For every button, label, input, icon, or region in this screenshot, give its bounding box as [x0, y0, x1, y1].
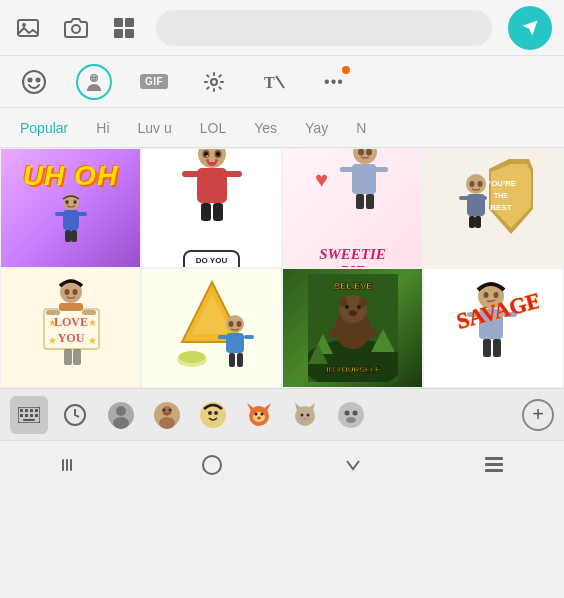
svg-point-144 [301, 413, 304, 416]
svg-point-132 [208, 411, 212, 415]
svg-text:♥: ♥ [315, 167, 328, 192]
svg-rect-113 [20, 409, 23, 412]
svg-point-124 [116, 406, 126, 416]
add-sticker-button[interactable]: + [522, 399, 554, 431]
svg-point-125 [113, 417, 129, 429]
svg-rect-20 [77, 212, 87, 216]
nav-back-button[interactable] [36, 447, 104, 483]
gif-label: GIF [140, 74, 168, 89]
svg-text:★: ★ [88, 335, 97, 346]
svg-rect-107 [483, 339, 491, 357]
fox-icon[interactable] [240, 396, 278, 434]
image-icon[interactable] [12, 12, 44, 44]
svg-point-139 [261, 412, 264, 415]
svg-point-83 [228, 321, 233, 327]
mystery-icon[interactable] [332, 396, 370, 434]
tab-popular[interactable]: Popular [8, 112, 80, 144]
sticker-savage[interactable]: SAVAGE [423, 268, 564, 388]
svg-rect-117 [20, 414, 23, 417]
svg-rect-152 [66, 459, 68, 471]
svg-rect-69 [46, 310, 60, 315]
sticker-loveyou[interactable]: ★ ★ ★ ★ LOVE YOU [0, 268, 141, 388]
more-icon[interactable]: ••• [316, 64, 352, 100]
send-button[interactable] [508, 6, 552, 50]
svg-rect-118 [25, 414, 28, 417]
savage-figure: SAVAGE [449, 274, 539, 382]
tab-n[interactable]: N [344, 112, 378, 144]
svg-rect-73 [64, 349, 72, 365]
svg-point-128 [159, 417, 175, 429]
sticker-nacho[interactable] [141, 268, 282, 388]
svg-rect-108 [493, 339, 501, 357]
svg-point-2 [72, 25, 80, 33]
svg-rect-115 [30, 409, 33, 412]
emoji-icon[interactable] [16, 64, 52, 100]
sticker-grid: UH OH [0, 148, 564, 388]
svg-point-86 [179, 351, 205, 363]
input-area[interactable] [156, 10, 492, 46]
svg-line-16 [276, 76, 284, 88]
svg-rect-54 [459, 196, 469, 200]
svg-point-133 [214, 411, 218, 415]
svg-text:YOU'RE: YOU'RE [486, 179, 517, 188]
svg-point-145 [307, 413, 310, 416]
gif-icon[interactable]: GIF [136, 64, 172, 100]
svg-point-58 [470, 181, 475, 187]
text-style-icon[interactable]: T [256, 64, 292, 100]
svg-text:★: ★ [88, 317, 97, 328]
svg-rect-42 [340, 167, 354, 172]
grid-icon[interactable] [108, 12, 140, 44]
svg-point-84 [236, 321, 241, 327]
bitmoji-icon[interactable] [76, 64, 112, 100]
tab-lol[interactable]: LOL [188, 112, 238, 144]
svg-text:IN YOURSELF: IN YOURSELF [326, 365, 380, 374]
svg-rect-29 [182, 171, 200, 177]
svg-point-1 [22, 23, 26, 27]
sticker-uhoh[interactable]: UH OH [0, 148, 141, 268]
svg-rect-41 [352, 164, 376, 194]
svg-point-96 [349, 310, 357, 316]
svg-rect-151 [62, 459, 64, 471]
recent-icon[interactable] [56, 396, 94, 434]
gray-avatar-icon[interactable] [102, 396, 140, 434]
tab-yay[interactable]: Yay [293, 112, 340, 144]
svg-point-146 [304, 417, 307, 419]
settings-icon[interactable] [196, 64, 232, 100]
svg-point-147 [338, 402, 364, 428]
tab-yes[interactable]: Yes [242, 112, 289, 144]
svg-point-46 [358, 149, 364, 156]
color-avatar-icon[interactable] [148, 396, 186, 434]
sticker-sweetiepie[interactable]: ♥ SWEETIEPIE [282, 148, 423, 268]
cat-icon[interactable] [286, 396, 324, 434]
svg-rect-43 [374, 167, 388, 172]
believe-figure: BELIEVE IN YOURSELF [308, 274, 398, 382]
camera-icon[interactable] [60, 12, 92, 44]
svg-point-59 [478, 181, 483, 187]
bitmoji-sticker-icon[interactable] [194, 396, 232, 434]
svg-rect-80 [244, 335, 254, 339]
svg-point-47 [366, 149, 372, 156]
svg-point-129 [163, 408, 166, 411]
svg-point-130 [169, 408, 172, 411]
svg-rect-44 [356, 194, 364, 209]
keyboard-toggle-icon[interactable] [10, 396, 48, 434]
svg-point-148 [345, 410, 350, 415]
tab-hi[interactable]: Hi [84, 112, 121, 144]
tab-luvu[interactable]: Luv u [126, 112, 184, 144]
svg-point-14 [211, 79, 217, 85]
svg-rect-153 [70, 459, 72, 471]
svg-point-26 [74, 201, 76, 203]
svg-rect-3 [114, 18, 123, 27]
sticker-believe[interactable]: BELIEVE IN YOURSELF [282, 268, 423, 388]
nav-home-button[interactable] [177, 446, 247, 484]
sticker-doyouloveme[interactable]: DO YOULOVE ME? [141, 148, 282, 268]
sticker-yourebest[interactable]: YOU'RE THE BEST [423, 148, 564, 268]
nav-menu-button[interactable] [460, 447, 528, 483]
svg-rect-5 [114, 29, 123, 38]
svg-rect-155 [485, 457, 503, 460]
svg-rect-119 [30, 414, 33, 417]
svg-rect-6 [125, 29, 134, 38]
svg-rect-30 [224, 171, 242, 177]
nacho-figure [167, 274, 257, 382]
nav-recent-button[interactable] [319, 447, 387, 483]
